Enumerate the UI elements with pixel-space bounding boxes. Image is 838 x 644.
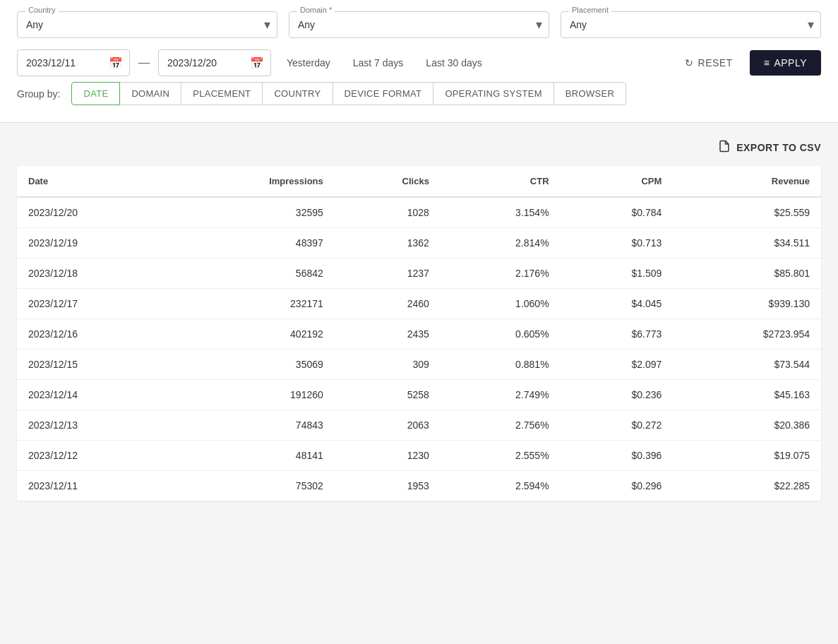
cell-cpm: $0.396 [561, 441, 674, 471]
col-cpm: CPM [561, 166, 674, 197]
table-row: 2023/12/17 232171 2460 1.060% $4.045 $93… [17, 289, 821, 319]
cell-revenue: $73.544 [673, 350, 821, 380]
cell-ctr: 1.060% [441, 289, 561, 319]
date-dash: — [138, 56, 150, 69]
cell-clicks: 1953 [335, 471, 441, 501]
cell-ctr: 2.756% [441, 410, 561, 441]
filter-row: Country Any ▾ Domain * Any ▾ Placement A… [17, 11, 821, 38]
reset-button[interactable]: ↻ RESET [676, 52, 741, 74]
apply-label: APPLY [774, 57, 807, 68]
cell-clicks: 5258 [335, 380, 441, 410]
apply-button[interactable]: ≡ APPLY [750, 50, 821, 76]
cell-impressions: 191260 [171, 380, 335, 410]
table-row: 2023/12/12 48141 1230 2.555% $0.396 $19.… [17, 441, 821, 471]
cell-cpm: $0.296 [561, 471, 674, 501]
cell-clicks: 1237 [335, 258, 441, 289]
cell-revenue: $25.559 [673, 197, 821, 228]
table-row: 2023/12/11 75302 1953 2.594% $0.296 $22.… [17, 471, 821, 501]
table-row: 2023/12/20 32595 1028 3.154% $0.784 $25.… [17, 197, 821, 228]
cell-impressions: 48141 [171, 441, 335, 471]
cell-cpm: $0.272 [561, 410, 674, 441]
cell-date: 2023/12/18 [17, 258, 171, 289]
table-row: 2023/12/19 48397 1362 2.814% $0.713 $34.… [17, 228, 821, 258]
tab-browser[interactable]: BROWSER [553, 82, 626, 105]
export-csv-button[interactable]: EXPORT TO CSV [718, 140, 821, 155]
cell-cpm: $1.509 [561, 258, 674, 289]
col-date: Date [17, 166, 171, 197]
main-content: EXPORT TO CSV Date Impressions Clicks CT… [0, 123, 838, 518]
cell-cpm: $4.045 [561, 289, 674, 319]
tab-placement[interactable]: PLACEMENT [181, 82, 263, 105]
country-filter: Country Any ▾ [17, 11, 277, 38]
cell-ctr: 2.176% [441, 258, 561, 289]
cell-date: 2023/12/15 [17, 350, 171, 380]
cell-revenue: $939.130 [673, 289, 821, 319]
placement-select[interactable]: Any [561, 11, 821, 38]
cell-revenue: $45.163 [673, 380, 821, 410]
cell-date: 2023/12/12 [17, 441, 171, 471]
cell-date: 2023/12/20 [17, 197, 171, 228]
date-to-input[interactable] [158, 49, 271, 76]
cell-cpm: $0.713 [561, 228, 674, 258]
cell-revenue: $19.075 [673, 441, 821, 471]
cell-date: 2023/12/17 [17, 289, 171, 319]
table-header: Date Impressions Clicks CTR CPM Revenue [17, 166, 821, 197]
table-row: 2023/12/14 191260 5258 2.749% $0.236 $45… [17, 380, 821, 410]
action-buttons: ↻ RESET ≡ APPLY [676, 50, 821, 76]
cell-cpm: $6.773 [561, 319, 674, 350]
export-csv-icon [718, 140, 731, 155]
domain-filter: Domain * Any ▾ [289, 11, 549, 38]
cell-impressions: 35069 [171, 350, 335, 380]
export-csv-label: EXPORT TO CSV [736, 142, 821, 153]
reset-label: RESET [698, 57, 733, 68]
cell-clicks: 2063 [335, 410, 441, 441]
cell-ctr: 0.605% [441, 319, 561, 350]
domain-select[interactable]: Any [289, 11, 549, 38]
cell-impressions: 232171 [171, 289, 335, 319]
cell-revenue: $22.285 [673, 471, 821, 501]
cell-cpm: $0.236 [561, 380, 674, 410]
country-select[interactable]: Any [17, 11, 277, 38]
cell-impressions: 402192 [171, 319, 335, 350]
last-30-days-button[interactable]: Last 30 days [419, 52, 489, 74]
tab-operating-system[interactable]: OPERATING SYSTEM [433, 82, 553, 105]
last-7-days-button[interactable]: Last 7 days [346, 52, 411, 74]
table-row: 2023/12/13 74843 2063 2.756% $0.272 $20.… [17, 410, 821, 441]
tab-device-format[interactable]: DEVICE FORMAT [333, 82, 434, 105]
col-clicks: Clicks [335, 166, 441, 197]
cell-clicks: 1362 [335, 228, 441, 258]
date-from-input[interactable] [17, 49, 130, 76]
cell-ctr: 0.881% [441, 350, 561, 380]
cell-revenue: $85.801 [673, 258, 821, 289]
cell-cpm: $2.097 [561, 350, 674, 380]
cell-date: 2023/12/14 [17, 380, 171, 410]
cell-clicks: 2460 [335, 289, 441, 319]
group-by-label: Group by: [17, 88, 60, 100]
cell-impressions: 74843 [171, 410, 335, 441]
placement-filter: Placement Any ▾ [561, 11, 821, 38]
table-row: 2023/12/15 35069 309 0.881% $2.097 $73.5… [17, 350, 821, 380]
country-label: Country [25, 6, 59, 14]
tab-date[interactable]: DATE [71, 82, 120, 105]
group-tabs: DATE DOMAIN PLACEMENT COUNTRY DEVICE FOR… [71, 82, 625, 105]
col-impressions: Impressions [171, 166, 335, 197]
date-from-wrapper: 📅 [17, 49, 130, 76]
table-row: 2023/12/18 56842 1237 2.176% $1.509 $85.… [17, 258, 821, 289]
domain-label: Domain * [297, 6, 335, 14]
cell-date: 2023/12/16 [17, 319, 171, 350]
cell-clicks: 1028 [335, 197, 441, 228]
cell-date: 2023/12/13 [17, 410, 171, 441]
cell-ctr: 2.555% [441, 441, 561, 471]
cell-date: 2023/12/19 [17, 228, 171, 258]
cell-revenue: $2723.954 [673, 319, 821, 350]
cell-impressions: 75302 [171, 471, 335, 501]
tab-country[interactable]: COUNTRY [262, 82, 333, 105]
cell-cpm: $0.784 [561, 197, 674, 228]
table-row: 2023/12/16 402192 2435 0.605% $6.773 $27… [17, 319, 821, 350]
yesterday-button[interactable]: Yesterday [280, 52, 337, 74]
col-revenue: Revenue [673, 166, 821, 197]
cell-ctr: 2.749% [441, 380, 561, 410]
cell-ctr: 3.154% [441, 197, 561, 228]
tab-domain[interactable]: DOMAIN [119, 82, 181, 105]
filter-section: Country Any ▾ Domain * Any ▾ Placement A… [0, 0, 838, 123]
